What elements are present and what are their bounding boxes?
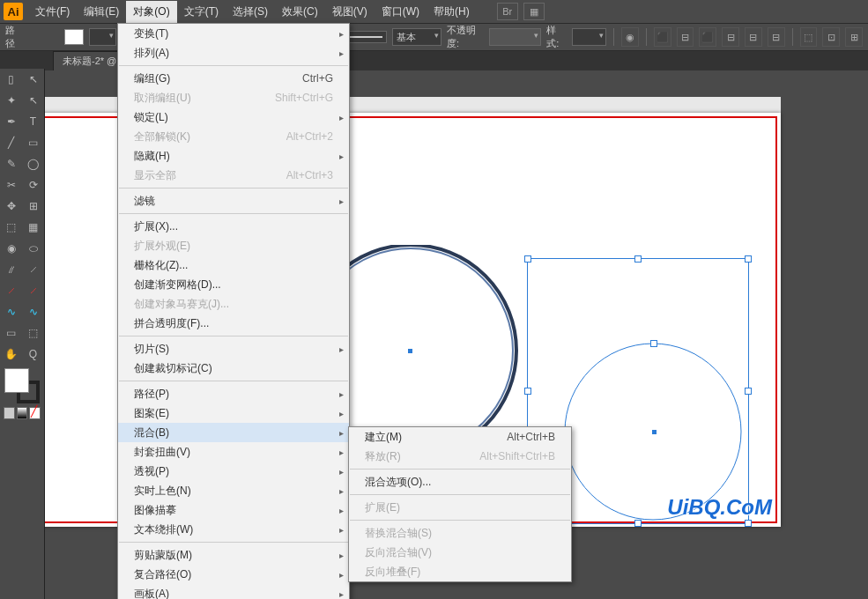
object-menu-item-1[interactable]: 排列(A): [118, 43, 349, 63]
tool-width[interactable]: ⬚: [0, 217, 22, 238]
recolor-icon[interactable]: ◉: [621, 27, 639, 47]
object-menu-item-14[interactable]: 栅格化(Z)...: [118, 255, 349, 275]
menu-effect[interactable]: 效果(C): [275, 1, 325, 23]
color-mode-none[interactable]: ╱: [29, 407, 41, 419]
object-menu-item-32[interactable]: 复合路径(O): [118, 565, 349, 584]
align-bottom-icon[interactable]: ⊟: [768, 27, 785, 47]
handle-tl[interactable]: [524, 255, 531, 263]
object-menu-item-20[interactable]: 创建裁切标记(C): [118, 359, 349, 378]
object-menu-item-17[interactable]: 拼合透明度(F)...: [118, 314, 349, 333]
menu-window[interactable]: 窗口(W): [375, 1, 427, 23]
object-menu-item-10[interactable]: 滤镜: [118, 191, 349, 211]
object-menu-item-3[interactable]: 编组(G)Ctrl+G: [118, 69, 349, 88]
tool-artboard[interactable]: ▭: [0, 322, 22, 344]
tool-zoom[interactable]: Q: [22, 344, 44, 365]
transform-icon[interactable]: ⬚: [800, 27, 818, 47]
color-mode-color[interactable]: [4, 407, 15, 419]
tool-shape-builder[interactable]: ◉: [0, 238, 22, 259]
menu-type[interactable]: 文字(T): [177, 1, 226, 23]
blend-submenu-item-label: 释放(R): [365, 449, 453, 464]
object-menu-item-25[interactable]: 封套扭曲(V): [118, 442, 349, 462]
tool-mesh[interactable]: ⫽: [0, 259, 22, 280]
tool-eyedropper[interactable]: ⟋: [0, 280, 22, 301]
blend-submenu-item-3[interactable]: 混合选项(O)...: [349, 472, 571, 492]
tool-free-transform[interactable]: ▦: [22, 217, 44, 238]
style-dropdown[interactable]: [572, 28, 607, 46]
object-menu-item-23[interactable]: 图案(E): [118, 403, 349, 423]
object-menu-item-label: 隐藏(H): [134, 149, 333, 164]
tool-graph[interactable]: ∿: [22, 301, 44, 322]
tool-magic-wand[interactable]: ✦: [0, 90, 22, 111]
fill-stroke-control[interactable]: [4, 368, 40, 403]
handle-bm[interactable]: [634, 520, 642, 527]
edit-icon[interactable]: ⊞: [845, 27, 863, 47]
menu-select[interactable]: 选择(S): [226, 1, 275, 23]
tool-scale[interactable]: ⊞: [22, 196, 44, 217]
fill-swatch[interactable]: [64, 29, 84, 45]
tool-type[interactable]: T: [22, 111, 44, 132]
tool-hand[interactable]: ✋: [0, 344, 22, 365]
object-menu-item-15[interactable]: 创建渐变网格(D)...: [118, 275, 349, 294]
object-menu-item-5[interactable]: 锁定(L): [118, 107, 349, 127]
tool-gradient[interactable]: ⟋: [22, 259, 44, 280]
tool-line[interactable]: ╱: [0, 132, 22, 153]
menu-object[interactable]: 对象(O): [126, 1, 176, 23]
align-right-icon[interactable]: ⬛: [699, 27, 716, 47]
menu-help[interactable]: 帮助(H): [427, 1, 477, 23]
object-menu-item-7[interactable]: 隐藏(H): [118, 146, 349, 166]
arrange-docs-icon[interactable]: ▦: [523, 3, 545, 20]
fill-color[interactable]: [4, 368, 29, 393]
tool-pencil[interactable]: ◯: [22, 153, 44, 174]
handle-tr[interactable]: [745, 255, 752, 263]
align-vcenter-icon[interactable]: ⊟: [745, 27, 762, 47]
tool-selection[interactable]: ↖: [22, 69, 44, 90]
tool-perspective[interactable]: ⬭: [22, 238, 44, 259]
style-label: 样式:: [546, 24, 566, 50]
tool-eraser[interactable]: ⟳: [22, 174, 44, 196]
blend-submenu-item-0[interactable]: 建立(M)Alt+Ctrl+B: [349, 427, 571, 447]
object-menu-item-label: 创建裁切标记(C): [134, 361, 333, 376]
handle-br[interactable]: [745, 520, 752, 527]
object-menu-item-label: 路径(P): [134, 387, 333, 402]
handle-ml[interactable]: [524, 388, 531, 395]
object-menu-item-28[interactable]: 图像描摹: [118, 500, 349, 520]
menu-file[interactable]: 文件(F): [28, 1, 77, 23]
bridge-icon[interactable]: Br: [497, 3, 518, 20]
object-menu-item-27[interactable]: 实时上色(N): [118, 481, 349, 500]
stroke-preset-dropdown[interactable]: 基本: [392, 28, 441, 46]
object-menu-item-22[interactable]: 路径(P): [118, 384, 349, 403]
handle-tm[interactable]: [634, 255, 642, 263]
handle-mr[interactable]: [745, 388, 752, 395]
object-menu-item-24[interactable]: 混合(B): [118, 423, 349, 442]
object-menu-item-31[interactable]: 剪贴蒙版(M): [118, 545, 349, 565]
object-menu-item-0[interactable]: 变换(T): [118, 24, 349, 43]
tool-rectangle[interactable]: ▭: [22, 132, 44, 153]
blend-submenu-item-label: 扩展(E): [365, 500, 555, 515]
opacity-dropdown[interactable]: [489, 28, 541, 46]
menu-view[interactable]: 视图(V): [325, 1, 375, 23]
anchor-top[interactable]: [650, 340, 657, 347]
tool-symbol[interactable]: ∿: [0, 301, 22, 322]
align-left-icon[interactable]: ⬛: [654, 27, 671, 47]
align-top-icon[interactable]: ⊟: [722, 27, 739, 47]
object-menu-item-label: 全部解锁(K): [134, 129, 260, 144]
tool-rotate[interactable]: ✥: [0, 196, 22, 217]
tool-slice[interactable]: ⬚: [22, 322, 44, 344]
object-menu-item-33[interactable]: 画板(A): [118, 584, 349, 599]
fill-dropdown[interactable]: [89, 28, 116, 46]
object-menu-item-26[interactable]: 透视(P): [118, 462, 349, 481]
tool-blob[interactable]: ✂: [0, 174, 22, 196]
menu-edit[interactable]: 编辑(E): [77, 1, 126, 23]
object-menu-item-29[interactable]: 文本绕排(W): [118, 520, 349, 539]
color-mode-gradient[interactable]: [17, 407, 28, 419]
tab-untitled[interactable]: 未标题-2* @: [53, 51, 126, 70]
tool-blend[interactable]: ⟋: [22, 280, 44, 301]
tool-direct-select[interactable]: ↖: [22, 90, 44, 111]
tool-pen[interactable]: ✒: [0, 111, 22, 132]
object-menu-item-12[interactable]: 扩展(X)...: [118, 217, 349, 236]
tool-0[interactable]: ▯: [0, 69, 22, 90]
align-hcenter-icon[interactable]: ⊟: [677, 27, 694, 47]
tool-brush[interactable]: ✎: [0, 153, 22, 174]
isolate-icon[interactable]: ⊡: [822, 27, 840, 47]
object-menu-item-19[interactable]: 切片(S): [118, 339, 349, 359]
